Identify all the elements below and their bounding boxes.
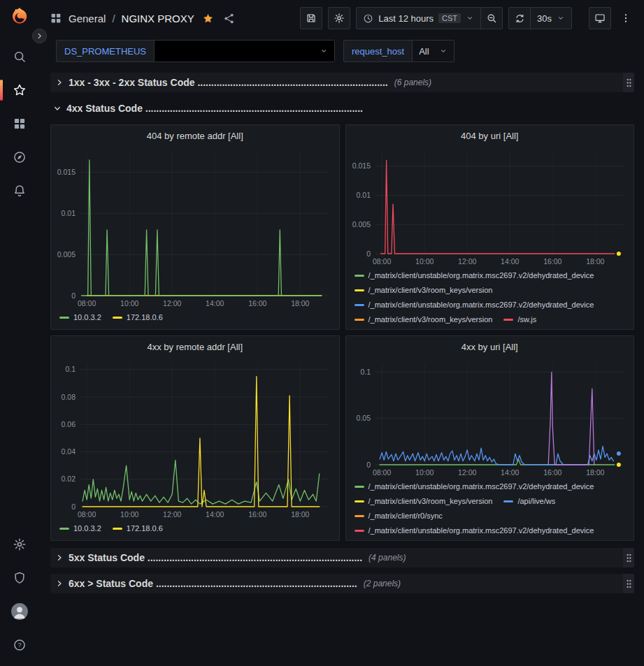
sidebar-item-search[interactable]: [4, 42, 35, 71]
legend-series-name[interactable]: /_matrix/client/unstable/org.matrix.msc2…: [368, 269, 594, 282]
sidebar-item-server-admin[interactable]: [4, 563, 35, 593]
row-title[interactable]: 4xx Status Code ........................…: [66, 103, 363, 114]
time-series-chart[interactable]: 08:0010:0012:0014:0016:0018:0000.050.1: [346, 357, 634, 479]
svg-text:0.005: 0.005: [57, 250, 76, 259]
svg-text:14:00: 14:00: [501, 257, 519, 266]
legend-series-name[interactable]: 10.0.3.2: [73, 522, 101, 535]
row-title[interactable]: 6xx > Status Code ......................…: [69, 578, 357, 589]
sidebar-item-dashboards[interactable]: [4, 109, 35, 138]
zoom-out-button[interactable]: [480, 7, 503, 29]
save-dashboard-button[interactable]: [300, 7, 322, 29]
dashboard-title[interactable]: NGINX PROXY: [122, 13, 194, 24]
variable-request-host-label[interactable]: request_host: [343, 40, 413, 62]
legend-series-name[interactable]: /api/live/ws: [517, 495, 555, 508]
sidebar-expand-button[interactable]: [32, 29, 47, 43]
legend-series-name[interactable]: /_matrix/client/v3/room_keys/version: [368, 284, 493, 297]
sidebar-item-profile[interactable]: [4, 597, 35, 626]
compass-icon: [13, 150, 27, 164]
more-options-kebab[interactable]: [618, 7, 634, 29]
legend-item[interactable]: /_matrix/client/unstable/org.matrix.msc2…: [355, 298, 594, 312]
panel-title[interactable]: 4xx by uri [All]: [346, 336, 634, 357]
legend-item[interactable]: /_matrix/client/v3/room_keys/version: [355, 284, 493, 297]
panel-legend: 10.0.3.2172.18.0.6: [51, 310, 339, 329]
legend-item[interactable]: /_matrix/client/unstable/org.matrix.msc2…: [355, 480, 594, 493]
share-icon[interactable]: [223, 13, 235, 24]
grafana-logo[interactable]: [8, 6, 31, 29]
dashboard-settings-button[interactable]: [328, 7, 350, 29]
legend-series-name[interactable]: 172.18.0.6: [127, 311, 163, 324]
legend-series-swatch: [59, 528, 69, 530]
row-1xx-3xx-2xx-status-code[interactable]: 1xx - 3xx - 2xx Status Code ............…: [50, 73, 634, 92]
row-4xx-status-code[interactable]: 4xx Status Code ........................…: [50, 99, 634, 118]
sidebar-item-configuration[interactable]: [4, 530, 35, 559]
chevron-right-icon: [55, 78, 64, 87]
legend-item[interactable]: /sw.js: [503, 313, 536, 326]
legend-item[interactable]: /_matrix/client/unstable/org.matrix.msc2…: [355, 269, 594, 282]
svg-text:10:00: 10:00: [415, 257, 434, 266]
legend-item[interactable]: /_matrix/client/r0/sync: [355, 509, 443, 523]
variable-datasource-label[interactable]: DS_PROMETHEUS: [56, 40, 155, 62]
legend-series-name[interactable]: /_matrix/client/unstable/org.matrix.msc2…: [368, 298, 594, 312]
panel-title[interactable]: 404 by uri [All]: [346, 125, 634, 146]
row-5xx-status-code[interactable]: 5xx Status Code ........................…: [50, 548, 634, 567]
refresh-interval-dropdown[interactable]: 30s: [530, 7, 572, 29]
legend-item[interactable]: /_matrix/client/v3/room_keys/version: [355, 495, 493, 508]
svg-text:10:00: 10:00: [120, 299, 138, 307]
panel-grid: 404 by remote addr [All] 08:0010:0012:00…: [50, 124, 634, 541]
bell-icon: [13, 184, 27, 198]
legend-series-name[interactable]: /_matrix/client/v3/room_keys/version: [368, 313, 493, 326]
time-series-chart[interactable]: 08:0010:0012:0014:0016:0018:0000.0050.01…: [51, 146, 339, 310]
dashboard-apps-icon[interactable]: [50, 12, 62, 24]
legend-item[interactable]: /_matrix/client/v3/room_keys/version: [355, 313, 493, 326]
legend-series-name[interactable]: /_matrix/client/r0/sync: [368, 509, 443, 523]
row-drag-handle[interactable]: [623, 73, 634, 92]
legend-series-name[interactable]: /sw.js: [517, 313, 536, 326]
svg-text:12:00: 12:00: [163, 299, 181, 307]
legend-series-name[interactable]: /_matrix/client/unstable/org.matrix.msc2…: [368, 524, 594, 537]
cycle-view-mode-button[interactable]: [589, 7, 611, 29]
row-panel-count: (2 panels): [364, 579, 401, 588]
refresh-controls: 30s: [508, 7, 572, 29]
row-6xx-status-code[interactable]: 6xx > Status Code ......................…: [50, 574, 634, 593]
legend-item[interactable]: 10.0.3.2: [59, 311, 101, 324]
svg-text:0.01: 0.01: [62, 209, 76, 217]
chevron-right-icon: [55, 553, 64, 562]
svg-text:0.1: 0.1: [360, 368, 371, 376]
row-title[interactable]: 1xx - 3xx - 2xx Status Code ............…: [69, 77, 388, 88]
time-series-chart[interactable]: 08:0010:0012:0014:0016:0018:0000.020.040…: [51, 357, 339, 521]
row-drag-handle[interactable]: [623, 574, 634, 593]
refresh-button[interactable]: [508, 7, 531, 29]
favorite-star-icon[interactable]: [202, 13, 214, 24]
chevron-right-icon: [36, 32, 43, 40]
variable-request-host-value[interactable]: All: [413, 40, 454, 62]
svg-text:10:00: 10:00: [415, 468, 434, 477]
monitor-icon: [594, 13, 606, 24]
legend-item[interactable]: 172.18.0.6: [113, 522, 163, 535]
svg-text:0.015: 0.015: [352, 161, 370, 170]
legend-series-name[interactable]: 10.0.3.2: [73, 311, 101, 324]
panel-title[interactable]: 4xx by remote addr [All]: [51, 336, 339, 357]
svg-text:16:00: 16:00: [248, 510, 266, 519]
legend-series-name[interactable]: /_matrix/client/v3/room_keys/version: [368, 495, 493, 508]
sidebar-item-help[interactable]: ?: [4, 630, 35, 660]
sidebar-item-alerting[interactable]: [4, 176, 35, 205]
row-drag-handle[interactable]: [623, 548, 634, 567]
chevron-down-icon: [466, 14, 474, 22]
sidebar-item-starred[interactable]: [4, 75, 35, 105]
svg-text:08:00: 08:00: [373, 257, 391, 266]
legend-item[interactable]: 172.18.0.6: [113, 311, 163, 324]
legend-series-swatch: [59, 317, 69, 319]
legend-series-name[interactable]: 172.18.0.6: [127, 522, 163, 535]
row-title[interactable]: 5xx Status Code ........................…: [69, 552, 362, 563]
legend-item[interactable]: /_matrix/client/unstable/org.matrix.msc2…: [355, 524, 594, 537]
svg-text:12:00: 12:00: [458, 468, 476, 477]
panel-title[interactable]: 404 by remote addr [All]: [51, 125, 339, 146]
breadcrumb-folder[interactable]: General: [69, 13, 106, 24]
variable-datasource-value[interactable]: [155, 40, 335, 62]
legend-series-name[interactable]: /_matrix/client/unstable/org.matrix.msc2…: [368, 480, 594, 493]
legend-item[interactable]: /api/live/ws: [503, 495, 555, 508]
time-range-picker[interactable]: Last 12 hours CST: [356, 7, 481, 29]
legend-item[interactable]: 10.0.3.2: [59, 522, 101, 535]
sidebar-item-explore[interactable]: [4, 143, 35, 172]
time-series-chart[interactable]: 08:0010:0012:0014:0016:0018:0000.0050.01…: [346, 146, 634, 268]
